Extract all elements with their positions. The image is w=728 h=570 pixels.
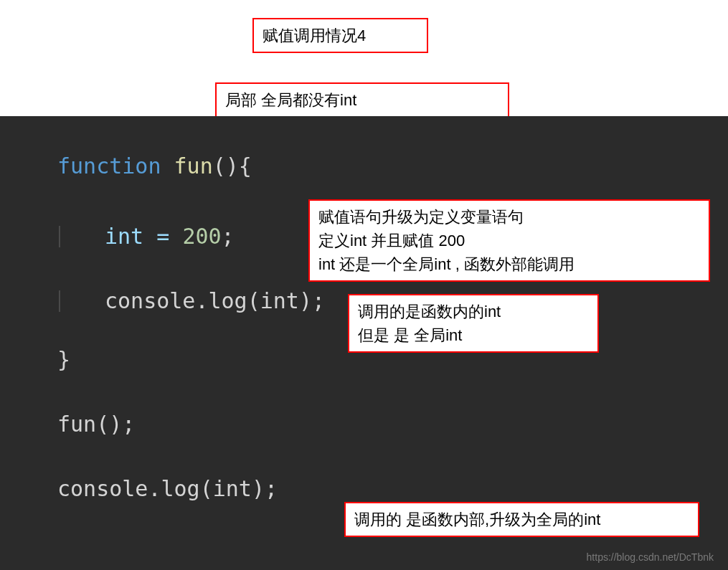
fn-call: fun(); [57,412,135,437]
code-line-function: function fun(){ [57,156,728,177]
semicolon: ; [222,224,235,249]
annotation-text: 调用的 是函数内部,升级为全局的int [354,510,600,528]
annotation-text: 局部 全局都没有int [225,91,356,109]
console-log-inner: console.log(int); [105,288,325,313]
keyword-function: function [57,153,161,179]
assign-var: int = [105,224,182,249]
annotation-outer-log: 调用的 是函数内部,升级为全局的int [344,502,699,537]
annotation-line: 赋值语句升级为定义变量语句 [318,208,524,226]
annotation-line: 但是 是 全局int [358,326,462,344]
assign-value: 200 [182,224,221,249]
annotation-line: 定义int 并且赋值 200 [318,232,465,250]
annotation-line: 调用的是函数内的int [358,303,501,320]
code-line-log-outer: console.log(int); [57,478,728,500]
code-line-call: fun(); [57,414,728,435]
annotation-assign-desc: 赋值语句升级为定义变量语句 定义int 并且赋值 200 int 还是一个全局i… [308,199,710,282]
function-name: fun [174,153,213,179]
paren-brace: (){ [213,153,252,179]
annotation-inner-log: 调用的是函数内的int 但是 是 全局int [348,294,599,353]
annotation-title: 赋值调用情况4 [252,18,428,53]
annotation-line: int 还是一个全局int , 函数外部能调用 [318,255,575,273]
annotation-text: 赋值调用情况4 [263,27,366,44]
watermark-text: https://blog.csdn.net/DcTbnk [587,551,714,563]
console-log-outer: console.log(int); [57,476,278,501]
brace-close: } [57,347,70,372]
watermark: https://blog.csdn.net/DcTbnk [587,551,714,563]
annotation-scope: 局部 全局都没有int [215,82,509,118]
